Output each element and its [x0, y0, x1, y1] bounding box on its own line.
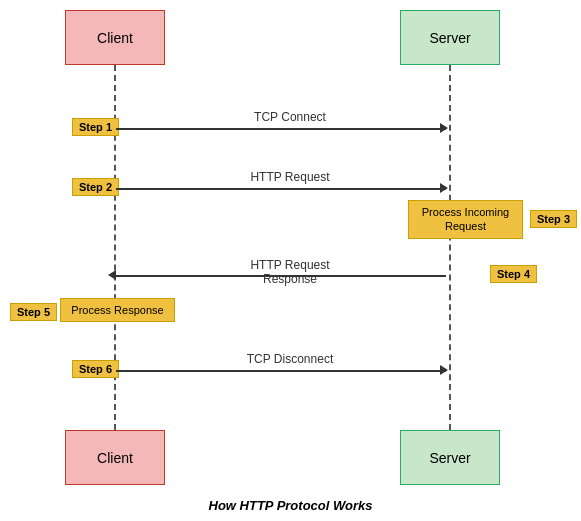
step2-label: Step 2: [72, 178, 119, 196]
client-box-bottom: Client: [65, 430, 165, 485]
tcp-disconnect-arrowhead: [440, 365, 448, 375]
tcp-disconnect-arrow: [116, 370, 446, 372]
step1-label: Step 1: [72, 118, 119, 136]
process-response-label: Process Response: [71, 304, 163, 316]
http-request-arrow: [116, 188, 446, 190]
process-incoming-box: Process IncomingRequest: [408, 200, 523, 239]
tcp-connect-label: TCP Connect: [200, 110, 380, 124]
diagram-caption: How HTTP Protocol Works: [0, 498, 581, 513]
step6-label: Step 6: [72, 360, 119, 378]
server-box-bottom: Server: [400, 430, 500, 485]
server-bottom-label: Server: [429, 450, 470, 466]
process-incoming-label: Process IncomingRequest: [422, 206, 509, 232]
process-response-box: Process Response: [60, 298, 175, 322]
server-top-label: Server: [429, 30, 470, 46]
http-response-label: HTTP RequestResponse: [200, 258, 380, 286]
step4-label: Step 4: [490, 265, 537, 283]
http-response-arrowhead: [108, 270, 116, 280]
http-request-label: HTTP Request: [200, 170, 380, 184]
step3-label: Step 3: [530, 210, 577, 228]
server-box-top: Server: [400, 10, 500, 65]
diagram: Client Server Step 1 TCP Connect Step 2 …: [0, 0, 581, 521]
tcp-connect-arrow: [116, 128, 446, 130]
server-lifeline: [449, 65, 451, 430]
tcp-connect-arrowhead: [440, 123, 448, 133]
client-bottom-label: Client: [97, 450, 133, 466]
step5-label: Step 5: [10, 303, 57, 321]
tcp-disconnect-label: TCP Disconnect: [200, 352, 380, 366]
http-response-text: HTTP RequestResponse: [250, 258, 329, 286]
client-top-label: Client: [97, 30, 133, 46]
client-box-top: Client: [65, 10, 165, 65]
http-request-arrowhead: [440, 183, 448, 193]
